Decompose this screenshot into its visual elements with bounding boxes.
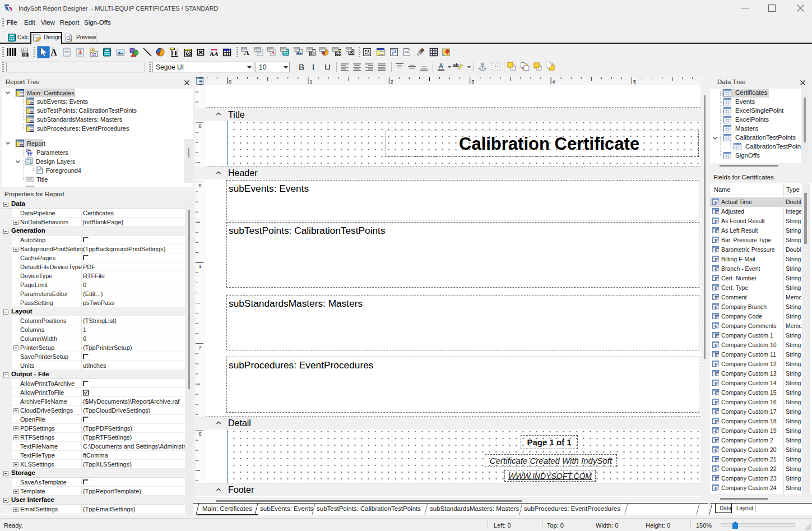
svg-text:[?]: [?] bbox=[27, 151, 33, 156]
svg-text:A: A bbox=[78, 49, 82, 55]
svg-text:0: 0 bbox=[198, 123, 201, 129]
svg-text:2: 2 bbox=[198, 345, 201, 350]
svg-text:A: A bbox=[439, 62, 444, 70]
svg-text:A: A bbox=[214, 50, 218, 57]
svg-text:A: A bbox=[210, 50, 214, 57]
svg-text:A: A bbox=[50, 48, 57, 57]
svg-text:1: 1 bbox=[198, 264, 201, 269]
svg-text:ab: ab bbox=[453, 62, 459, 68]
svg-text:0: 0 bbox=[198, 183, 201, 188]
svg-text:4: 4 bbox=[553, 79, 555, 85]
svg-text:0: 0 bbox=[229, 79, 231, 85]
svg-text:0: 0 bbox=[198, 431, 201, 437]
svg-text:5: 5 bbox=[633, 79, 636, 85]
svg-text:2: 2 bbox=[391, 79, 393, 85]
svg-text:1: 1 bbox=[309, 79, 312, 85]
svg-text:3: 3 bbox=[471, 79, 474, 85]
